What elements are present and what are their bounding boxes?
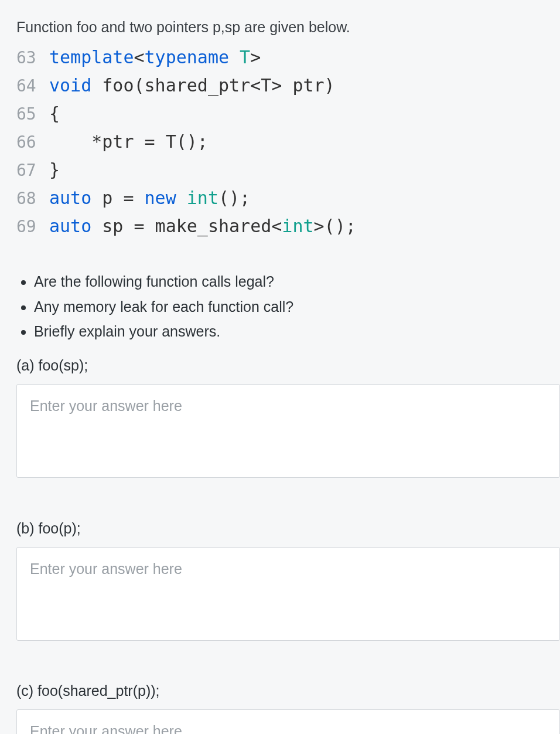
- line-number: 64: [16, 73, 49, 100]
- part-a-label: (a) foo(sp);: [16, 355, 560, 376]
- code-line: 63 template<typename T>: [16, 43, 560, 72]
- question-bullets: Are the following function calls legal? …: [16, 271, 560, 342]
- line-number: 65: [16, 101, 49, 128]
- line-number: 69: [16, 214, 49, 240]
- code-line: 65 {: [16, 100, 560, 128]
- code-content: auto p = new int();: [49, 184, 250, 212]
- line-number: 63: [16, 45, 49, 72]
- line-number: 66: [16, 130, 49, 156]
- answer-input-a[interactable]: [16, 384, 560, 478]
- answer-input-c[interactable]: [16, 709, 560, 734]
- intro-text: Function foo and two pointers p,sp are g…: [16, 16, 560, 38]
- code-content: *ptr = T();: [49, 128, 208, 156]
- code-line: 66 *ptr = T();: [16, 128, 560, 156]
- part-c-label: (c) foo(shared_ptr(p));: [16, 680, 560, 701]
- code-content: template<typename T>: [49, 43, 261, 72]
- code-content: }: [49, 156, 60, 184]
- answer-input-b[interactable]: [16, 547, 560, 641]
- line-number: 68: [16, 186, 49, 212]
- part-b-label: (b) foo(p);: [16, 518, 560, 539]
- code-line: 68 auto p = new int();: [16, 184, 560, 212]
- code-block: 63 template<typename T> 64 void foo(shar…: [16, 43, 560, 240]
- code-line: 67 }: [16, 156, 560, 184]
- bullet-item: Any memory leak for each function call?: [34, 296, 560, 317]
- code-content: auto sp = make_shared<int>();: [49, 212, 356, 240]
- code-content: void foo(shared_ptr<T> ptr): [49, 72, 335, 100]
- code-line: 64 void foo(shared_ptr<T> ptr): [16, 72, 560, 100]
- line-number: 67: [16, 158, 49, 184]
- code-content: {: [49, 100, 60, 128]
- code-line: 69 auto sp = make_shared<int>();: [16, 212, 560, 240]
- bullet-item: Are the following function calls legal?: [34, 271, 560, 292]
- bullet-item: Briefly explain your answers.: [34, 321, 560, 342]
